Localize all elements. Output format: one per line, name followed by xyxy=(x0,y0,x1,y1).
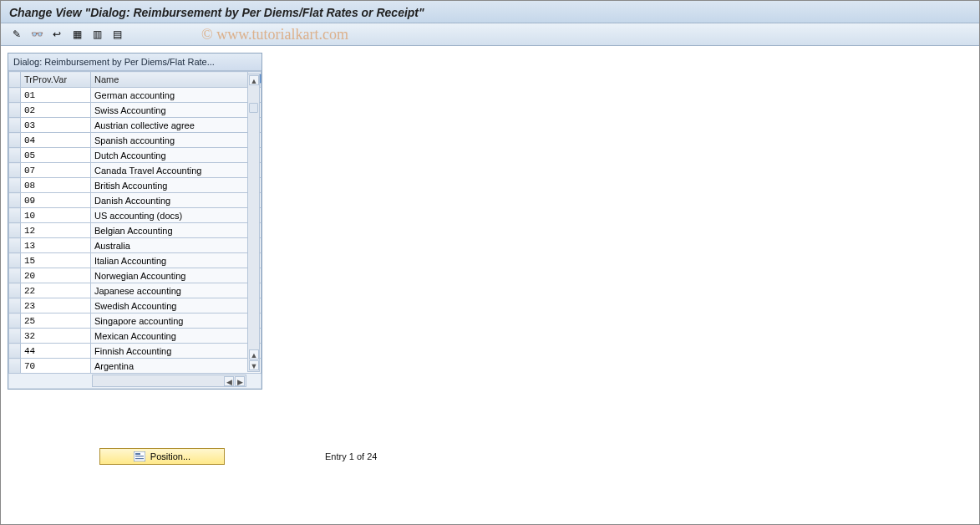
row-selector[interactable] xyxy=(9,133,21,148)
cell-name[interactable]: Canada Travel Accounting xyxy=(91,163,262,178)
row-selector[interactable] xyxy=(9,193,21,208)
row-selector[interactable] xyxy=(9,313,21,329)
table-row[interactable]: 32Mexican Accounting xyxy=(9,329,262,344)
row-selector[interactable] xyxy=(9,103,21,118)
row-selector[interactable] xyxy=(9,238,21,253)
cell-trprovvar[interactable]: 09 xyxy=(21,193,91,208)
cell-trprovvar[interactable]: 32 xyxy=(21,329,91,344)
horizontal-scrollbar[interactable]: ◀ ▶ xyxy=(92,375,246,387)
table-row[interactable]: 08British Accounting xyxy=(9,178,262,193)
table-row[interactable]: 03Austrian collective agree xyxy=(9,118,262,133)
cell-trprovvar[interactable]: 15 xyxy=(21,253,91,268)
row-selector[interactable] xyxy=(9,178,21,193)
table-row[interactable]: 20Norwegian Accounting xyxy=(9,268,262,283)
col-select[interactable] xyxy=(9,72,21,88)
table-row[interactable]: 02Swiss Accounting xyxy=(9,103,262,118)
cell-name[interactable]: Austrian collective agree xyxy=(91,118,262,133)
cell-trprovvar[interactable]: 05 xyxy=(21,148,91,163)
row-selector[interactable] xyxy=(9,253,21,268)
table-row[interactable]: 12Belgian Accounting xyxy=(9,223,262,238)
title-bar: Change View "Dialog: Reimbursement by Pe… xyxy=(1,1,979,23)
row-selector[interactable] xyxy=(9,148,21,163)
cell-name[interactable]: Swiss Accounting xyxy=(91,103,262,118)
row-selector[interactable] xyxy=(9,329,21,344)
row-selector[interactable] xyxy=(9,88,21,103)
scroll-thumb[interactable] xyxy=(249,103,258,113)
table-row[interactable]: 13Australia xyxy=(9,238,262,253)
row-selector[interactable] xyxy=(9,283,21,298)
table-row[interactable]: 15Italian Accounting xyxy=(9,253,262,268)
row-selector[interactable] xyxy=(9,208,21,223)
table-row[interactable]: 04Spanish accounting xyxy=(9,133,262,148)
cell-name[interactable]: Spanish accounting xyxy=(91,133,262,148)
row-selector[interactable] xyxy=(9,344,21,359)
cell-trprovvar[interactable]: 07 xyxy=(21,163,91,178)
cell-trprovvar[interactable]: 70 xyxy=(21,359,91,374)
cell-name[interactable]: US accounting (docs) xyxy=(91,208,262,223)
cell-trprovvar[interactable]: 23 xyxy=(21,298,91,313)
cell-name[interactable]: Italian Accounting xyxy=(91,253,262,268)
deselect-all-icon[interactable]: ▤ xyxy=(108,26,126,43)
page-title: Change View "Dialog: Reimbursement by Pe… xyxy=(9,6,424,19)
table-row[interactable]: 22Japanese accounting xyxy=(9,283,262,298)
cell-name[interactable]: German accounting xyxy=(91,88,262,103)
row-selector[interactable] xyxy=(9,268,21,283)
cell-trprovvar[interactable]: 44 xyxy=(21,344,91,359)
cell-name[interactable]: Swedish Accounting xyxy=(91,298,262,313)
cell-name[interactable]: Finnish Accounting xyxy=(91,344,262,359)
cell-trprovvar[interactable]: 03 xyxy=(21,118,91,133)
scroll-right-icon[interactable]: ▶ xyxy=(235,376,245,386)
select-all-icon[interactable]: ▦ xyxy=(68,26,86,43)
cell-name[interactable]: Singapore accounting xyxy=(91,313,262,329)
table-row[interactable]: 44Finnish Accounting xyxy=(9,344,262,359)
table-row[interactable]: 07Canada Travel Accounting xyxy=(9,163,262,178)
scroll-up-icon[interactable]: ▲ xyxy=(249,75,259,85)
row-selector[interactable] xyxy=(9,359,21,374)
select-block-icon[interactable]: ▥ xyxy=(88,26,106,43)
cell-trprovvar[interactable]: 13 xyxy=(21,238,91,253)
table-row[interactable]: 25Singapore accounting xyxy=(9,313,262,329)
row-selector[interactable] xyxy=(9,223,21,238)
scroll-down-icon[interactable]: ▼ xyxy=(249,360,259,370)
change-icon[interactable]: ✎ xyxy=(8,26,26,43)
row-selector[interactable] xyxy=(9,163,21,178)
cell-trprovvar[interactable]: 01 xyxy=(21,88,91,103)
cell-trprovvar[interactable]: 10 xyxy=(21,208,91,223)
cell-name[interactable]: Norwegian Accounting xyxy=(91,268,262,283)
col-trprovvar[interactable]: TrProv.Var xyxy=(21,72,91,88)
scroll-up2-icon[interactable]: ▲ xyxy=(249,349,259,359)
undo-icon[interactable]: ↩ xyxy=(48,26,66,43)
table-panel: Dialog: Reimbursement by Per Diems/Flat … xyxy=(8,53,262,390)
col-name[interactable]: Name xyxy=(91,72,248,88)
table-row[interactable]: 01German accounting xyxy=(9,88,262,103)
table-row[interactable]: 09Danish Accounting xyxy=(9,193,262,208)
content-area: Dialog: Reimbursement by Per Diems/Flat … xyxy=(1,46,979,471)
cell-trprovvar[interactable]: 04 xyxy=(21,133,91,148)
table-row[interactable]: 70Argentina xyxy=(9,359,262,374)
vertical-scrollbar[interactable]: ▲ ▲ ▼ xyxy=(247,74,260,372)
cell-trprovvar[interactable]: 02 xyxy=(21,103,91,118)
cell-trprovvar[interactable]: 25 xyxy=(21,313,91,329)
cell-name[interactable]: Argentina xyxy=(91,359,262,374)
cell-name[interactable]: Dutch Accounting xyxy=(91,148,262,163)
cell-trprovvar[interactable]: 22 xyxy=(21,283,91,298)
cell-name[interactable]: Japanese accounting xyxy=(91,283,262,298)
cell-trprovvar[interactable]: 12 xyxy=(21,223,91,238)
grid-header-row: TrProv.Var Name xyxy=(9,72,262,88)
table-row[interactable]: 10US accounting (docs) xyxy=(9,208,262,223)
glasses-icon[interactable]: 👓 xyxy=(28,26,46,43)
cell-trprovvar[interactable]: 08 xyxy=(21,178,91,193)
cell-name[interactable]: British Accounting xyxy=(91,178,262,193)
svg-rect-4 xyxy=(135,456,144,456)
cell-trprovvar[interactable]: 20 xyxy=(21,268,91,283)
cell-name[interactable]: Belgian Accounting xyxy=(91,223,262,238)
table-row[interactable]: 23Swedish Accounting xyxy=(9,298,262,313)
cell-name[interactable]: Australia xyxy=(91,238,262,253)
row-selector[interactable] xyxy=(9,298,21,313)
scroll-left-icon[interactable]: ◀ xyxy=(224,376,234,386)
row-selector[interactable] xyxy=(9,118,21,133)
cell-name[interactable]: Mexican Accounting xyxy=(91,329,262,344)
position-button[interactable]: Position... xyxy=(99,448,225,465)
table-row[interactable]: 05Dutch Accounting xyxy=(9,148,262,163)
cell-name[interactable]: Danish Accounting xyxy=(91,193,262,208)
